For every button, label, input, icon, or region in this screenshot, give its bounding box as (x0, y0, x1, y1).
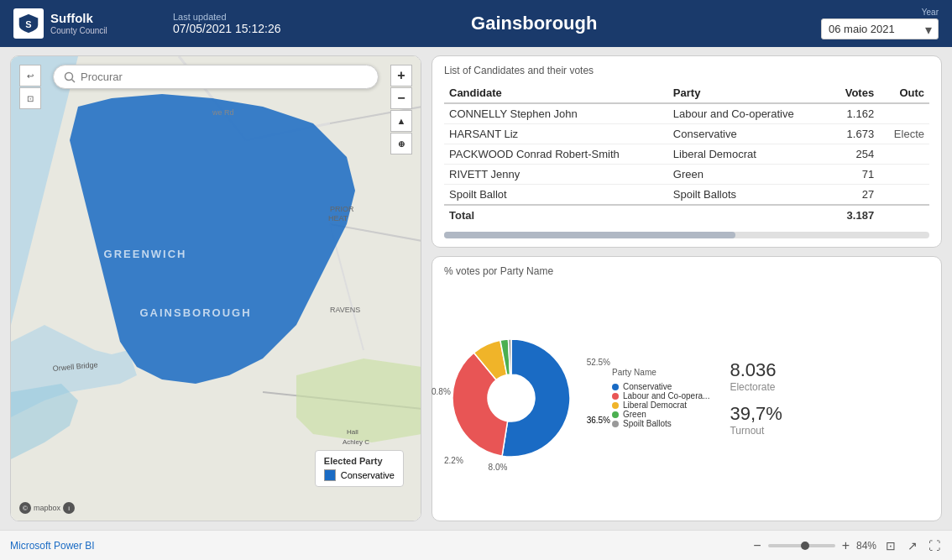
candidate-votes: 254 (830, 144, 879, 165)
map-svg: Orwell Bridge GREENWICH GAINSBOROUGH we … (11, 56, 421, 501)
svg-text:GAINSBOROUGH: GAINSBOROUGH (139, 306, 251, 319)
legend-item: Spoilt Ballots (612, 419, 709, 428)
fullscreen-footer-button[interactable]: ⛶ (927, 538, 942, 553)
table-row: Spoilt Ballot Spoilt Ballots 27 (444, 185, 929, 206)
svg-text:PRIOR: PRIOR (330, 205, 354, 213)
powerbi-link[interactable]: Microsoft Power BI (10, 540, 95, 552)
map-nav-back[interactable]: ↩ (19, 65, 41, 86)
candidate-name: CONNELLY Stephen John (444, 103, 668, 124)
svg-line-18 (72, 79, 76, 82)
candidate-name: RIVETT Jenny (444, 165, 668, 185)
compass-button[interactable]: ▲ (390, 110, 412, 132)
map-search[interactable] (53, 65, 379, 89)
candidate-outcome: Electe (879, 124, 929, 144)
electorate-label: Electorate (730, 381, 790, 393)
zoom-slider[interactable] (768, 544, 835, 547)
legend-dot (612, 402, 619, 409)
candidate-party: Labour and Co-operative (668, 103, 831, 124)
map-nav-controls: ↩ ⊡ (19, 65, 41, 109)
mapbox-label: mapbox (34, 504, 60, 512)
share-button[interactable]: ↗ (905, 538, 920, 553)
stats-panel: 8.036 Electorate 39,7% Turnout (718, 351, 802, 445)
candidate-outcome (879, 185, 929, 206)
turnout-label: Turnout (730, 425, 790, 437)
info-icon: i (63, 502, 75, 514)
mapbox-attribution: © mapbox i (19, 502, 75, 514)
year-filter: Year 06 maio 2021 (787, 8, 939, 39)
svg-text:Hall: Hall (347, 428, 358, 436)
legend-party-name: Conservative (341, 470, 395, 480)
table-scrollbar[interactable] (444, 232, 929, 238)
zoom-thumb (801, 542, 809, 550)
candidate-name: Spoilt Ballot (444, 185, 668, 206)
legend-label: Spoilt Ballots (623, 419, 672, 428)
page-title: Gainsborough (280, 13, 787, 34)
search-icon (64, 71, 76, 83)
svg-point-17 (65, 72, 73, 80)
electorate-value: 8.036 (730, 359, 790, 381)
table-total-row: Total 3.187 (444, 205, 929, 225)
candidate-party: Liberal Democrat (668, 144, 831, 165)
pie-chart-container: 0.8% 52.5% 2.2% 8.0% 36.5% (444, 331, 578, 465)
legend-item: Labour and Co-opera... (612, 391, 709, 400)
year-select[interactable]: 06 maio 2021 (821, 18, 939, 39)
total-votes: 3.187 (830, 205, 879, 225)
candidates-table: Candidate Party Votes Outc CONNELLY Step… (444, 83, 929, 225)
pie-label-spoilt: 0.8% (432, 387, 451, 396)
right-panels: List of Candidates and their votes Candi… (432, 55, 942, 521)
zoom-percentage: 84% (856, 540, 876, 552)
legend-dot (612, 384, 619, 390)
chart-legend: Party Name ConservativeLabour and Co-ope… (612, 368, 709, 428)
year-selector[interactable]: 06 maio 2021 (821, 18, 939, 39)
legend-dot (612, 421, 619, 427)
main-content: Orwell Bridge GREENWICH GAINSBOROUGH we … (0, 47, 952, 530)
zoom-in-button[interactable]: + (390, 65, 412, 86)
map-panel: Orwell Bridge GREENWICH GAINSBOROUGH we … (10, 55, 421, 521)
svg-text:GREENWICH: GREENWICH (104, 248, 187, 260)
table-row: CONNELLY Stephen John Labour and Co-oper… (444, 103, 929, 124)
turnout-stat: 39,7% Turnout (730, 403, 790, 437)
header: S Suffolk County Council Last updated 07… (0, 0, 952, 47)
svg-point-19 (488, 374, 535, 421)
svg-text:we Rd: we Rd (212, 108, 234, 117)
map-nav-expand[interactable]: ⊡ (19, 87, 41, 109)
chart-area: 0.8% 52.5% 2.2% 8.0% 36.5% Party Name Co… (444, 284, 929, 512)
candidate-votes: 1.673 (830, 124, 879, 144)
candidate-party: Green (668, 165, 831, 185)
legend-color (324, 469, 336, 481)
pie-label-conservative: 52.5% (587, 358, 610, 367)
elected-party-legend: Elected Party Conservative (315, 450, 404, 487)
zoom-out-button[interactable]: − (390, 87, 412, 109)
candidate-outcome (879, 165, 929, 185)
legend-item: Liberal Democrat (612, 400, 709, 410)
footer: Microsoft Power BI − + 84% ⊡ ↗ ⛶ (0, 530, 952, 560)
logo-text: Suffolk County Council (50, 12, 107, 35)
zoom-plus[interactable]: + (842, 538, 850, 553)
year-label: Year (922, 8, 939, 17)
fullscreen-button[interactable]: ⊕ (390, 133, 412, 154)
mapbox-icon: © (19, 502, 31, 514)
shield-icon: S (13, 8, 44, 39)
col-candidate: Candidate (444, 83, 668, 103)
candidate-party: Spoilt Ballots (668, 185, 831, 206)
candidate-outcome (879, 103, 929, 124)
legend-item: Conservative (324, 469, 395, 481)
candidate-outcome (879, 144, 929, 165)
legend-items: ConservativeLabour and Co-opera...Libera… (612, 382, 709, 428)
candidates-panel: List of Candidates and their votes Candi… (432, 55, 942, 248)
legend-panel-title: Party Name (612, 368, 709, 377)
fit-to-screen-button[interactable]: ⊡ (883, 538, 898, 553)
table-row: HARSANT Liz Conservative 1.673 Electe (444, 124, 929, 144)
council-name: Suffolk (50, 12, 107, 26)
candidate-name: PACKWOOD Conrad Robert-Smith (444, 144, 668, 165)
candidate-party: Conservative (668, 124, 831, 144)
legend-dot (612, 393, 619, 400)
svg-text:HEAT: HEAT (328, 214, 348, 222)
legend-item: Conservative (612, 382, 709, 391)
candidate-name: HARSANT Liz (444, 124, 668, 144)
search-input[interactable] (81, 71, 368, 83)
zoom-minus[interactable]: − (753, 538, 761, 553)
pie-label-labour: 36.5% (587, 416, 610, 425)
legend-title: Elected Party (324, 456, 395, 466)
table-row: PACKWOOD Conrad Robert-Smith Liberal Dem… (444, 144, 929, 165)
